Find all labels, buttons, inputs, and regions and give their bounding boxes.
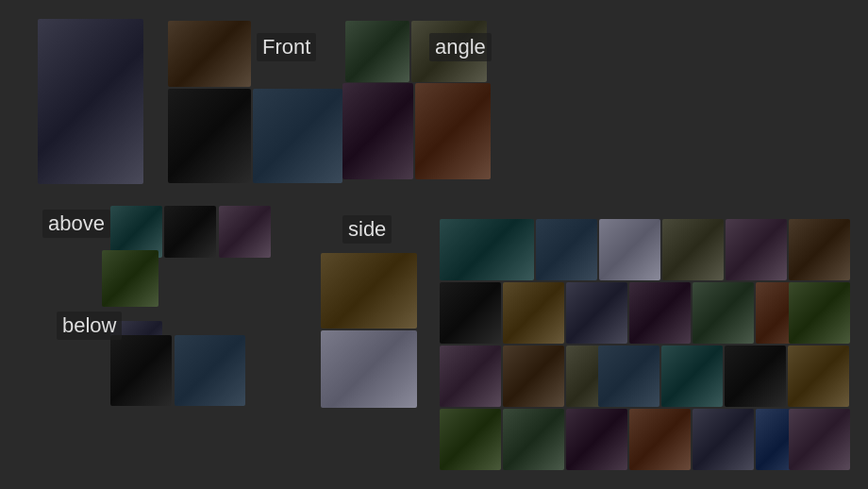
- angle-top-left-image[interactable]: [345, 21, 409, 82]
- side-image-2[interactable]: [321, 330, 417, 408]
- cluster-r1-5[interactable]: [726, 219, 787, 280]
- cluster-r1-4[interactable]: [662, 219, 724, 280]
- cluster-r4-7[interactable]: [789, 409, 850, 470]
- cluster-r3-6[interactable]: [725, 346, 786, 407]
- above-image-4[interactable]: [102, 250, 159, 307]
- side-image-1[interactable]: [321, 253, 417, 329]
- front-top-mid-image[interactable]: [168, 21, 251, 87]
- cluster-r4-4[interactable]: [629, 409, 691, 470]
- cluster-r4-2[interactable]: [503, 409, 564, 470]
- cluster-r3-7[interactable]: [788, 346, 849, 407]
- cluster-r1-3[interactable]: [599, 219, 660, 280]
- cluster-r3-4[interactable]: [598, 346, 659, 407]
- cluster-r2-7[interactable]: [789, 282, 850, 344]
- above-image-3[interactable]: [219, 206, 271, 258]
- cluster-r2-3[interactable]: [566, 282, 627, 344]
- cluster-r3-2[interactable]: [503, 346, 564, 407]
- front-dark-portrait[interactable]: [168, 89, 251, 183]
- below-label: below: [57, 312, 122, 340]
- above-image-2[interactable]: [164, 206, 216, 258]
- cluster-r4-5[interactable]: [693, 409, 754, 470]
- cluster-r1-6[interactable]: [789, 219, 850, 280]
- front-suit-portrait[interactable]: [253, 89, 342, 183]
- above-label: above: [42, 210, 110, 238]
- cluster-r4-1[interactable]: [440, 409, 501, 470]
- front-large-image[interactable]: [38, 19, 143, 184]
- cluster-r4-3[interactable]: [566, 409, 627, 470]
- cluster-r3-1[interactable]: [440, 346, 501, 407]
- angle-label: angle: [429, 33, 492, 61]
- angle-bot-right-image[interactable]: [415, 83, 491, 179]
- cluster-r2-1[interactable]: [440, 282, 501, 344]
- side-label: side: [342, 215, 392, 244]
- cluster-r3-5[interactable]: [661, 346, 723, 407]
- cluster-r1-2[interactable]: [536, 219, 597, 280]
- below-image-3[interactable]: [175, 335, 245, 406]
- cluster-r1-1[interactable]: [440, 219, 534, 280]
- front-label: Front: [257, 33, 316, 61]
- cluster-r2-5[interactable]: [693, 282, 754, 344]
- angle-bot-left-image[interactable]: [342, 83, 413, 179]
- below-image-2[interactable]: [110, 335, 172, 406]
- cluster-r2-4[interactable]: [629, 282, 691, 344]
- cluster-r2-2[interactable]: [503, 282, 564, 344]
